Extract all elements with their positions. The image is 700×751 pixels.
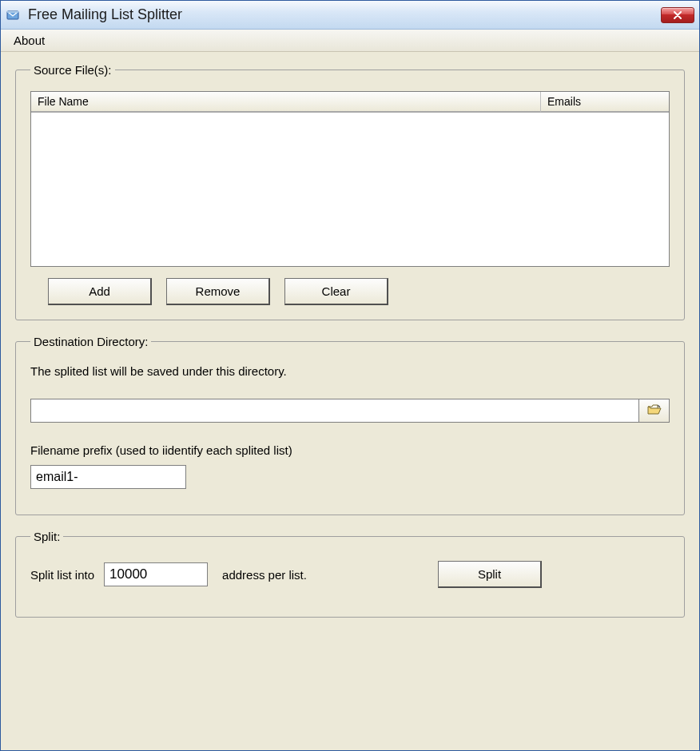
split-legend: Split: xyxy=(30,530,63,543)
prefix-label: Filename prefix (used to iidentify each … xyxy=(30,443,670,457)
svg-rect-1 xyxy=(7,11,18,13)
client-area: Source File(s): File Name Emails Add Rem… xyxy=(1,52,699,750)
destination-legend: Destination Directory: xyxy=(30,335,151,348)
destination-group: Destination Directory: The splited list … xyxy=(15,335,685,515)
split-label-after: address per list. xyxy=(222,568,307,582)
menubar: About xyxy=(1,30,699,52)
list-header: File Name Emails xyxy=(31,92,669,113)
column-header-emails[interactable]: Emails xyxy=(541,92,669,113)
app-icon xyxy=(6,7,22,23)
split-group: Split: Split list into address per list.… xyxy=(15,530,685,618)
titlebar[interactable]: Free Mailing List Splitter xyxy=(1,1,699,30)
split-count-input[interactable] xyxy=(104,562,208,586)
browse-button[interactable] xyxy=(639,399,670,423)
directory-input[interactable] xyxy=(30,399,639,423)
remove-button[interactable]: Remove xyxy=(166,278,270,305)
menu-about[interactable]: About xyxy=(9,32,50,49)
list-body[interactable] xyxy=(31,113,669,266)
directory-row xyxy=(30,399,670,423)
add-button[interactable]: Add xyxy=(48,278,152,305)
window-title: Free Mailing List Splitter xyxy=(28,6,661,23)
source-files-group: Source File(s): File Name Emails Add Rem… xyxy=(15,63,685,320)
column-header-filename[interactable]: File Name xyxy=(31,92,541,113)
source-buttons-row: Add Remove Clear xyxy=(48,278,670,305)
source-files-list[interactable]: File Name Emails xyxy=(30,91,670,267)
source-files-legend: Source File(s): xyxy=(30,63,115,77)
close-button[interactable] xyxy=(661,7,694,23)
split-label-before: Split list into xyxy=(30,568,94,582)
split-row: Split list into address per list. Split xyxy=(30,561,670,588)
main-window: Free Mailing List Splitter About Source … xyxy=(0,0,700,751)
prefix-input[interactable] xyxy=(30,465,186,489)
split-button[interactable]: Split xyxy=(438,561,542,588)
clear-button[interactable]: Clear xyxy=(284,278,388,305)
destination-description: The splited list will be saved under thi… xyxy=(30,364,670,378)
folder-open-icon xyxy=(646,403,662,419)
